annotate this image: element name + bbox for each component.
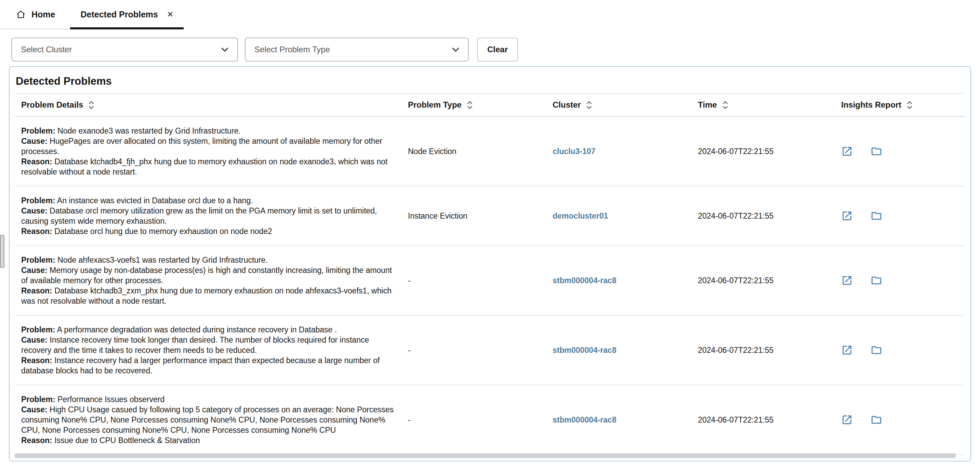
header-time[interactable]: Time [692, 94, 835, 116]
tab-detected-problems-label: Detected Problems [80, 10, 158, 19]
cause-text: Cause: High CPU Usage casued by followin… [21, 405, 398, 435]
cluster-cell: cluclu3-107 [546, 147, 692, 156]
cause-text: Cause: Instance recovery time took longe… [21, 335, 398, 355]
open-report-icon[interactable] [841, 414, 853, 426]
header-cluster[interactable]: Cluster [546, 94, 692, 116]
problem-text: Problem: A performance degradation was d… [21, 325, 398, 335]
problem-text: Problem: Node ahfexacs3-voefs1 was resta… [21, 255, 398, 265]
problem-text: Problem: An instance was evicted in Data… [21, 195, 398, 206]
insights-cell [835, 210, 948, 222]
reason-text: Reason: Database orcl hung due to memory… [21, 226, 398, 236]
insights-cell [835, 414, 948, 426]
horizontal-scrollbar-thumb[interactable] [14, 453, 956, 458]
cluster-select-placeholder: Select Cluster [21, 45, 72, 54]
problem-details-cell: Problem: Node exanode3 was restarted by … [15, 126, 402, 177]
problem-details-cell: Problem: An instance was evicted in Data… [15, 195, 402, 236]
header-problem-type[interactable]: Problem Type [402, 94, 546, 116]
problem-details-cell: Problem: Node ahfexacs3-voefs1 was resta… [15, 255, 402, 306]
time-cell: 2024-06-07T22:21:55 [692, 346, 835, 355]
header-problem-details[interactable]: Problem Details [15, 94, 402, 116]
tab-home-label: Home [32, 10, 55, 19]
cluster-select[interactable]: Select Cluster [11, 38, 238, 62]
time-cell: 2024-06-07T22:21:55 [692, 276, 835, 285]
filter-bar: Select Cluster Select Problem Type Clear [11, 38, 980, 62]
sort-icon[interactable] [906, 101, 913, 109]
chevron-down-icon [452, 48, 459, 52]
panel-title: Detected Problems [10, 75, 970, 87]
table-row: Problem: Node ahfexacs3-voefs1 was resta… [15, 246, 965, 316]
cause-text: Cause: Database orcl memory utilization … [21, 206, 398, 226]
problem-text: Problem: Node exanode3 was restarted by … [21, 126, 398, 136]
insights-cell [835, 274, 948, 286]
tab-bar: Home Detected Problems ✕ [0, 0, 184, 29]
cluster-cell: stbm000004-rac8 [546, 416, 692, 425]
chevron-down-icon [221, 48, 228, 52]
detected-problems-panel: Detected Problems Problem Details Proble… [9, 66, 971, 462]
problem-type-cell: - [402, 346, 546, 355]
cluster-cell: stbm000004-rac8 [546, 346, 692, 355]
cause-text: Cause: HugePages are over allocated on t… [21, 136, 398, 157]
table-row: Problem: A performance degradation was d… [15, 316, 965, 386]
clear-button[interactable]: Clear [477, 38, 518, 62]
cluster-link[interactable]: stbm000004-rac8 [552, 346, 617, 355]
table-row: Problem: Performance Issues observerdCau… [15, 386, 965, 455]
cause-text: Cause: Memory usage by non-database proc… [21, 265, 398, 286]
report-folder-icon[interactable] [870, 344, 882, 356]
open-report-icon[interactable] [841, 146, 853, 157]
sort-icon[interactable] [466, 101, 473, 109]
horizontal-scrollbar[interactable] [14, 453, 966, 458]
table-row: Problem: An instance was evicted in Data… [15, 187, 965, 246]
problem-type-cell: - [402, 276, 546, 285]
cluster-cell: stbm000004-rac8 [546, 276, 692, 285]
report-folder-icon[interactable] [870, 210, 882, 222]
tab-home[interactable]: Home [5, 0, 65, 29]
problems-table: Problem Details Problem Type Cluster Tim… [15, 93, 965, 455]
problem-type-select[interactable]: Select Problem Type [245, 38, 469, 62]
problem-type-select-placeholder: Select Problem Type [255, 45, 330, 54]
reason-text: Reason: Instance recovery had a larger p… [21, 355, 398, 376]
table-row: Problem: Node exanode3 was restarted by … [15, 117, 965, 187]
open-report-icon[interactable] [841, 344, 853, 356]
reason-text: Reason: Issue due to CPU Bottleneck & St… [21, 435, 398, 446]
header-insights-report[interactable]: Insights Report [835, 94, 948, 116]
sort-icon[interactable] [722, 101, 729, 109]
time-cell: 2024-06-07T22:21:55 [692, 147, 835, 156]
tab-detected-problems[interactable]: Detected Problems ✕ [70, 0, 184, 29]
cluster-link[interactable]: stbm000004-rac8 [552, 416, 617, 424]
table-header-row: Problem Details Problem Type Cluster Tim… [15, 93, 965, 117]
home-icon [16, 9, 26, 19]
report-folder-icon[interactable] [870, 146, 882, 157]
table-body: Problem: Node exanode3 was restarted by … [15, 117, 965, 455]
problem-type-cell: Node Eviction [402, 147, 546, 156]
open-report-icon[interactable] [841, 210, 853, 222]
insights-cell [835, 344, 948, 356]
problem-details-cell: Problem: A performance degradation was d… [15, 325, 402, 376]
time-cell: 2024-06-07T22:21:55 [692, 211, 835, 221]
sort-icon[interactable] [88, 101, 95, 109]
cluster-link[interactable]: democluster01 [552, 211, 608, 221]
tab-close-icon[interactable]: ✕ [167, 11, 173, 19]
report-folder-icon[interactable] [870, 414, 882, 426]
cluster-link[interactable]: cluclu3-107 [552, 147, 595, 156]
insights-cell [835, 146, 948, 157]
vertical-scrollbar-fragment[interactable] [0, 235, 5, 268]
reason-text: Reason: Database ktchadb3_zxm_phx hung d… [21, 286, 398, 306]
reason-text: Reason: Database ktchadb4_fjh_phx hung d… [21, 157, 398, 177]
problem-details-cell: Problem: Performance Issues observerdCau… [15, 394, 402, 446]
time-cell: 2024-06-07T22:21:55 [692, 416, 835, 425]
problem-type-cell: - [402, 416, 546, 425]
open-report-icon[interactable] [841, 274, 853, 286]
problem-text: Problem: Performance Issues observerd [21, 394, 398, 405]
cluster-cell: democluster01 [546, 211, 692, 221]
sort-icon[interactable] [586, 101, 593, 109]
report-folder-icon[interactable] [870, 274, 882, 286]
problem-type-cell: Instance Eviction [402, 211, 546, 221]
cluster-link[interactable]: stbm000004-rac8 [552, 276, 617, 285]
